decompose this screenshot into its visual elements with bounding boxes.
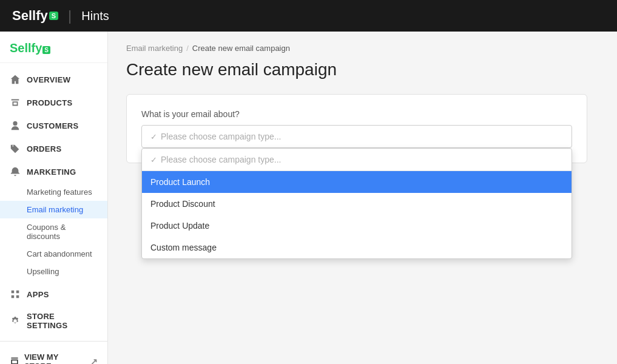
box-icon — [10, 97, 21, 108]
sidebar-sub-marketing-features[interactable]: Marketing features — [0, 183, 107, 201]
header-logo: Sellfy S — [12, 8, 58, 24]
sidebar-sub-email-marketing[interactable]: Email marketing — [0, 201, 107, 218]
sidebar-label-customers: Customers — [27, 121, 79, 130]
tag-icon — [10, 143, 21, 154]
dropdown-placeholder: Please choose campaign type... — [161, 132, 281, 141]
option-product-launch[interactable]: Product Launch — [142, 171, 571, 193]
sidebar-item-marketing[interactable]: Marketing — [0, 160, 107, 183]
form-card: What is your email about? ✓ Please choos… — [126, 94, 587, 163]
campaign-type-dropdown: ✓ Please choose campaign type... ✓ Pleas… — [141, 125, 572, 148]
sidebar-sub-cart-abandonment[interactable]: Cart abandonment — [0, 245, 107, 263]
home-icon — [10, 74, 21, 85]
sidebar-label-marketing: Marketing — [27, 167, 76, 177]
person-icon — [10, 120, 21, 131]
sidebar-view-my-store-section: View My Store ↗ — [0, 341, 107, 364]
page-title: Create new email campaign — [126, 60, 599, 79]
sidebar-item-products[interactable]: Products — [0, 91, 107, 114]
header-logo-badge: S — [49, 12, 58, 20]
main-layout: SellfyS Overview Products Customers — [0, 32, 617, 364]
store-icon — [10, 356, 19, 365]
sidebar-label-orders: Orders — [27, 144, 61, 153]
campaign-type-trigger[interactable]: ✓ Please choose campaign type... — [141, 125, 572, 148]
header-logo-text: Sellfy — [12, 8, 48, 24]
sidebar-brand: SellfyS — [0, 32, 107, 63]
sidebar-sub-coupons-discounts[interactable]: Coupons & discounts — [0, 218, 107, 245]
sidebar-item-apps[interactable]: Apps — [0, 283, 107, 306]
sidebar-item-store-settings[interactable]: Store Settings — [0, 306, 107, 336]
external-link-icon: ↗ — [90, 357, 98, 364]
top-header: Sellfy S | Hints — [0, 0, 617, 32]
campaign-type-menu: ✓ Please choose campaign type... Product… — [141, 148, 572, 259]
option-custom-message[interactable]: Custom message — [142, 237, 571, 258]
header-divider: | — [68, 7, 72, 24]
form-label: What is your email about? — [141, 109, 572, 119]
sidebar-label-overview: Overview — [27, 75, 70, 84]
view-my-store-link[interactable]: View My Store ↗ — [10, 348, 98, 364]
sidebar-item-customers[interactable]: Customers — [0, 114, 107, 137]
grid-icon — [10, 289, 21, 300]
main-content: Email marketing / Create new email campa… — [108, 32, 617, 364]
breadcrumb-separator: / — [186, 44, 189, 53]
view-my-store-label: View My Store — [24, 352, 86, 364]
sidebar: SellfyS Overview Products Customers — [0, 32, 108, 364]
option-product-discount[interactable]: Product Discount — [142, 193, 571, 215]
content-inner: Email marketing / Create new email campa… — [108, 32, 617, 175]
breadcrumb: Email marketing / Create new email campa… — [126, 44, 599, 53]
sidebar-item-overview[interactable]: Overview — [0, 68, 107, 91]
option-product-update[interactable]: Product Update — [142, 215, 571, 237]
sidebar-label-apps: Apps — [27, 290, 49, 299]
sidebar-label-products: Products — [27, 98, 72, 107]
sidebar-item-orders[interactable]: Orders — [0, 137, 107, 160]
gear-icon — [10, 315, 21, 326]
sidebar-brand-badge: S — [42, 46, 50, 54]
checkmark-icon: ✓ — [150, 132, 157, 141]
breadcrumb-current: Create new email campaign — [192, 44, 290, 53]
sidebar-nav: Overview Products Customers Orders — [0, 63, 107, 341]
header-title: Hints — [81, 9, 109, 23]
sidebar-sub-upselling[interactable]: Upselling — [0, 263, 107, 280]
sidebar-brand-text: Sellfy — [10, 41, 42, 55]
checkmark-placeholder-icon: ✓ — [150, 155, 157, 164]
bell-icon — [10, 166, 21, 177]
dropdown-placeholder-text: Please choose campaign type... — [161, 155, 281, 164]
breadcrumb-parent[interactable]: Email marketing — [126, 44, 183, 53]
sidebar-label-store-settings: Store Settings — [27, 312, 98, 330]
dropdown-placeholder-row: ✓ Please choose campaign type... — [142, 149, 571, 171]
